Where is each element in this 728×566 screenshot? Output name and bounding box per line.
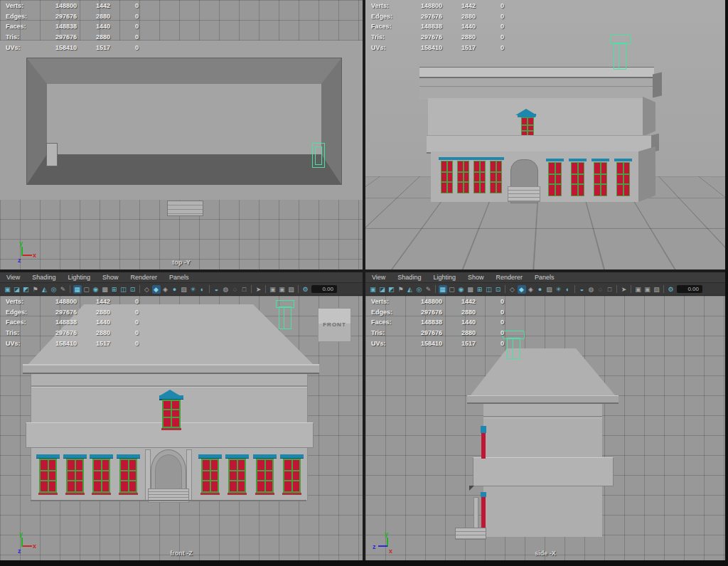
lights-icon[interactable]: ✳ xyxy=(189,285,198,294)
menu-item-show[interactable]: Show xyxy=(468,274,484,281)
camera-attributes-icon[interactable]: ◩ xyxy=(22,285,31,294)
toolbar-separator[interactable] xyxy=(574,285,575,293)
safe-title-icon[interactable]: ⊡ xyxy=(129,285,137,294)
grid-toggle-icon[interactable]: ▦ xyxy=(73,285,82,294)
camera-lock-icon[interactable]: ◪ xyxy=(13,285,21,294)
safe-action-icon[interactable]: ◫ xyxy=(119,285,128,294)
toolbar-separator[interactable] xyxy=(251,285,252,293)
menu-item-shading[interactable]: Shading xyxy=(397,274,421,281)
film-gate-icon[interactable]: ▢ xyxy=(82,285,91,294)
grease-pencil-icon[interactable]: ✎ xyxy=(59,285,68,294)
exposure-field[interactable]: 0.00 xyxy=(311,285,337,293)
select-tool-icon[interactable]: ➤ xyxy=(255,285,263,294)
shaded-overlay-icon[interactable]: □ xyxy=(606,285,614,294)
pane-divider-horizontal[interactable] xyxy=(0,269,728,272)
toolbar-separator[interactable] xyxy=(435,285,436,293)
menu-item-renderer[interactable]: Renderer xyxy=(496,274,523,281)
toolbar-separator[interactable] xyxy=(663,285,664,293)
camera-icon[interactable]: ▣ xyxy=(4,285,12,294)
film-gate-icon[interactable]: ▢ xyxy=(448,285,456,294)
toolbar-separator[interactable] xyxy=(265,285,266,293)
camera-icon[interactable]: ▣ xyxy=(369,285,378,294)
viewport-side[interactable]: Verts: 148800 1442 0 Edges: 297676 2880 … xyxy=(365,296,725,560)
viewport-front[interactable]: FRONT Verts: 148800 1442 0 Edges: 297676… xyxy=(0,296,363,560)
door-arch-opening xyxy=(151,449,186,493)
menu-item-panels[interactable]: Panels xyxy=(535,274,555,281)
safe-action-icon[interactable]: ◫ xyxy=(485,285,493,294)
camera-lock-icon[interactable]: ◪ xyxy=(378,285,387,294)
grease-pencil-icon[interactable]: ✎ xyxy=(424,285,433,294)
shaded-overlay-icon[interactable]: □ xyxy=(240,285,249,294)
field-chart-icon[interactable]: ⊞ xyxy=(476,285,484,294)
bookmark-icon[interactable]: ⚑ xyxy=(31,285,40,294)
textured-icon[interactable]: ▨ xyxy=(545,285,554,294)
exposure-icon[interactable]: ⚙ xyxy=(667,285,675,294)
resolution-gate-icon[interactable]: ◉ xyxy=(92,285,100,294)
wireframe-on-shaded-icon[interactable]: ◈ xyxy=(161,285,170,294)
smooth-shade-icon[interactable]: ◆ xyxy=(152,285,161,294)
tear-off-panel-icon[interactable]: ▣ xyxy=(269,285,277,294)
pane-divider-vertical[interactable] xyxy=(363,0,365,560)
toolbar-separator[interactable] xyxy=(631,285,631,293)
gate-mask-icon[interactable]: ▩ xyxy=(466,285,475,294)
exposure-field[interactable]: 0.00 xyxy=(677,285,702,293)
tear-off-panel-icon[interactable]: ▣ xyxy=(634,285,643,294)
menu-item-view[interactable]: View xyxy=(372,274,385,281)
image-plane-icon[interactable]: ◭ xyxy=(41,285,49,294)
safe-title-icon[interactable]: ⊡ xyxy=(494,285,503,294)
menu-item-show[interactable]: Show xyxy=(102,274,119,281)
bookmark-icon[interactable]: ⚑ xyxy=(397,285,405,294)
menu-item-shading[interactable]: Shading xyxy=(32,274,55,281)
window-persp xyxy=(441,161,453,193)
textured-icon[interactable]: ▨ xyxy=(180,285,188,294)
menu-item-lighting[interactable]: Lighting xyxy=(433,274,456,281)
toolbar-separator[interactable] xyxy=(298,285,299,293)
toolbar-separator[interactable] xyxy=(505,285,505,293)
wireframe-icon[interactable]: ◇ xyxy=(143,285,151,294)
isolate-select-icon[interactable]: ◒ xyxy=(578,285,587,294)
backface-culling-icon[interactable]: ◌ xyxy=(231,285,240,294)
backface-culling-icon[interactable]: ◌ xyxy=(596,285,605,294)
wireframe-icon[interactable]: ◇ xyxy=(508,285,517,294)
toolbar-separator[interactable] xyxy=(209,285,210,293)
xray-icon[interactable]: ◍ xyxy=(222,285,230,294)
lights-icon[interactable]: ✳ xyxy=(555,285,563,294)
pan-zoom-icon[interactable]: ◎ xyxy=(415,285,424,294)
window-cap-side-upper xyxy=(481,426,486,433)
viewport-top[interactable]: Verts: 148800 1442 0 Edges: 297676 2880 … xyxy=(0,0,363,269)
select-tool-icon[interactable]: ➤ xyxy=(620,285,628,294)
panel-side: ViewShadingLightingShowRendererPanels ▣◪… xyxy=(365,272,725,560)
menu-item-renderer[interactable]: Renderer xyxy=(130,274,157,281)
pan-zoom-icon[interactable]: ◎ xyxy=(50,285,58,294)
copy-panel-icon[interactable]: ▣ xyxy=(278,285,287,294)
shadows-icon[interactable]: ◐ xyxy=(564,285,572,294)
y-axis-label: y xyxy=(385,530,388,538)
hud-row: UVs: 158410 1517 0 xyxy=(371,42,504,53)
exposure-icon[interactable]: ⚙ xyxy=(301,285,310,294)
toolbar-separator[interactable] xyxy=(139,285,140,293)
camera-attributes-icon[interactable]: ◩ xyxy=(387,285,396,294)
toolbar-separator[interactable] xyxy=(70,285,70,293)
menu-item-view[interactable]: View xyxy=(6,274,20,281)
isolate-select-icon[interactable]: ◒ xyxy=(213,285,221,294)
viewport-persp[interactable]: Verts: 148800 1442 0 Edges: 297676 2880 … xyxy=(365,0,725,269)
viewport-iconbar: ▣◪◩⚑◭◎✎▦▢◉▩⊞◫⊡◇◆◈●▨✳◐◒◍◌□➤▣▣▧⚙ 0.00 xyxy=(365,283,725,296)
image-plane-icon[interactable]: ◭ xyxy=(406,285,414,294)
xray-icon[interactable]: ◍ xyxy=(587,285,596,294)
maximize-panel-icon[interactable]: ▧ xyxy=(653,285,661,294)
copy-panel-icon[interactable]: ▣ xyxy=(643,285,652,294)
smooth-shade-icon[interactable]: ◆ xyxy=(518,285,526,294)
field-chart-icon[interactable]: ⊞ xyxy=(110,285,119,294)
grid-toggle-icon[interactable]: ▦ xyxy=(439,285,447,294)
menu-item-lighting[interactable]: Lighting xyxy=(68,274,90,281)
resolution-gate-icon[interactable]: ◉ xyxy=(457,285,466,294)
default-material-icon[interactable]: ● xyxy=(536,285,545,294)
maximize-panel-icon[interactable]: ▧ xyxy=(287,285,296,294)
menu-item-panels[interactable]: Panels xyxy=(169,274,189,281)
gate-mask-icon[interactable]: ▩ xyxy=(101,285,109,294)
toolbar-separator[interactable] xyxy=(616,285,617,293)
default-material-icon[interactable]: ● xyxy=(171,285,179,294)
wireframe-on-shaded-icon[interactable]: ◈ xyxy=(527,285,535,294)
shadows-icon[interactable]: ◐ xyxy=(198,285,207,294)
poly-count-hud: Verts: 148800 1442 0 Edges: 297676 2880 … xyxy=(6,1,139,53)
